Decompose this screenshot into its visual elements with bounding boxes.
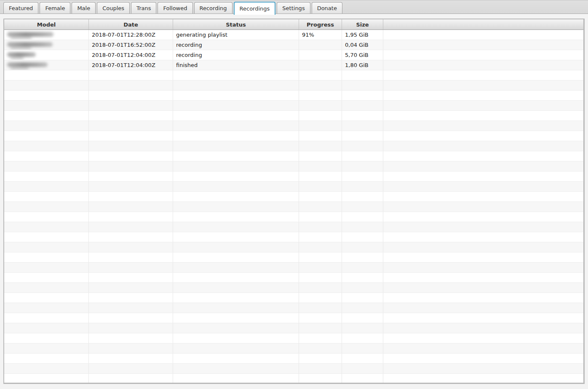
- cell-status: [173, 80, 299, 90]
- cell-extra: [383, 121, 583, 131]
- cell-extra: [383, 131, 583, 141]
- cell-size: [342, 364, 383, 373]
- table-row-empty: [4, 111, 583, 121]
- cell-date: 2018-07-01T12:04:00Z: [89, 50, 173, 60]
- cell-status: [173, 192, 299, 201]
- tab-trans[interactable]: Trans: [131, 2, 156, 13]
- table-row-empty: [4, 91, 583, 101]
- tab-settings[interactable]: Settings: [277, 2, 310, 13]
- cell-model: [4, 172, 89, 181]
- cell-size: [342, 192, 383, 201]
- cell-status: [173, 232, 299, 242]
- cell-date: [89, 161, 173, 171]
- cell-status: [173, 121, 299, 131]
- cell-status: recording: [173, 50, 299, 60]
- tab-recordings[interactable]: Recordings: [234, 2, 276, 15]
- cell-extra: [383, 151, 583, 161]
- cell-date: [89, 333, 173, 343]
- cell-size: 1,95 GiB: [342, 30, 383, 40]
- column-header-model[interactable]: Model: [4, 19, 89, 30]
- tab-followed[interactable]: Followed: [158, 2, 192, 13]
- cell-progress: [299, 333, 342, 343]
- table-row-empty: [4, 202, 583, 212]
- cell-progress: [299, 151, 342, 161]
- redacted-model-name: [7, 52, 36, 57]
- cell-size: 1,80 GiB: [342, 60, 383, 70]
- tab-featured[interactable]: Featured: [3, 2, 38, 13]
- cell-extra: [383, 60, 583, 70]
- table-row-empty: [4, 374, 583, 384]
- tab-female[interactable]: Female: [40, 2, 70, 13]
- tab-donate[interactable]: Donate: [312, 2, 342, 13]
- cell-size: [342, 252, 383, 262]
- table-row[interactable]: 2018-07-01T12:28:00Zgenerating playlist9…: [4, 30, 583, 40]
- cell-model: [4, 222, 89, 232]
- column-header-extra[interactable]: [383, 19, 583, 30]
- column-header-size[interactable]: Size: [342, 19, 383, 30]
- cell-progress: [299, 364, 342, 373]
- column-header-status[interactable]: Status: [173, 19, 299, 30]
- cell-progress: [299, 70, 342, 80]
- cell-status: [173, 202, 299, 212]
- cell-date: [89, 121, 173, 131]
- cell-extra: [383, 141, 583, 151]
- cell-status: [173, 172, 299, 181]
- cell-date: [89, 323, 173, 333]
- cell-model: [4, 151, 89, 161]
- cell-size: [342, 111, 383, 121]
- cell-progress: [299, 252, 342, 262]
- cell-date: [89, 111, 173, 121]
- cell-date: 2018-07-01T12:04:00Z: [89, 60, 173, 70]
- table-row-empty: [4, 354, 583, 364]
- cell-size: [342, 182, 383, 191]
- cell-date: [89, 293, 173, 303]
- cell-date: [89, 222, 173, 232]
- table-row[interactable]: 2018-07-01T12:04:00Zrecording5,70 GiB: [4, 50, 583, 60]
- redacted-model-name: [7, 42, 53, 47]
- cell-date: [89, 182, 173, 191]
- cell-model: [4, 303, 89, 313]
- table-row[interactable]: 2018-07-01T12:04:00Zfinished1,80 GiB: [4, 60, 583, 70]
- cell-model: [4, 374, 89, 384]
- cell-size: [342, 101, 383, 110]
- tab-recording[interactable]: Recording: [194, 2, 233, 13]
- cell-status: [173, 131, 299, 141]
- table-row-empty: [4, 333, 583, 343]
- cell-progress: [299, 141, 342, 151]
- table-row[interactable]: 2018-07-01T16:52:00Zrecording0,04 GiB: [4, 40, 583, 50]
- table-body: 2018-07-01T12:28:00Zgenerating playlist9…: [4, 30, 583, 384]
- column-header-date[interactable]: Date: [89, 19, 173, 30]
- cell-date: [89, 273, 173, 282]
- cell-extra: [383, 283, 583, 292]
- cell-model: [4, 313, 89, 323]
- cell-model: [4, 283, 89, 292]
- cell-model: [4, 141, 89, 151]
- tab-couples[interactable]: Couples: [97, 2, 130, 13]
- table-row-empty: [4, 323, 583, 333]
- table-row-empty: [4, 293, 583, 303]
- table-row-empty: [4, 212, 583, 222]
- table-row-empty: [4, 252, 583, 263]
- cell-extra: [383, 364, 583, 373]
- cell-size: [342, 212, 383, 222]
- cell-size: [342, 313, 383, 323]
- table-row-empty: [4, 313, 583, 323]
- column-header-progress[interactable]: Progress: [299, 19, 342, 30]
- cell-status: [173, 151, 299, 161]
- tab-male[interactable]: Male: [72, 2, 96, 13]
- cell-status: [173, 212, 299, 222]
- cell-progress: 91%: [299, 30, 342, 40]
- cell-extra: [383, 101, 583, 110]
- cell-date: [89, 131, 173, 141]
- cell-progress: [299, 222, 342, 232]
- table-row-empty: [4, 182, 583, 192]
- cell-size: [342, 172, 383, 181]
- table-row-empty: [4, 80, 583, 91]
- cell-progress: [299, 111, 342, 121]
- cell-date: [89, 364, 173, 373]
- cell-model: [4, 161, 89, 171]
- cell-date: [89, 151, 173, 161]
- cell-model: [4, 252, 89, 262]
- cell-size: [342, 374, 383, 384]
- cell-status: [173, 303, 299, 313]
